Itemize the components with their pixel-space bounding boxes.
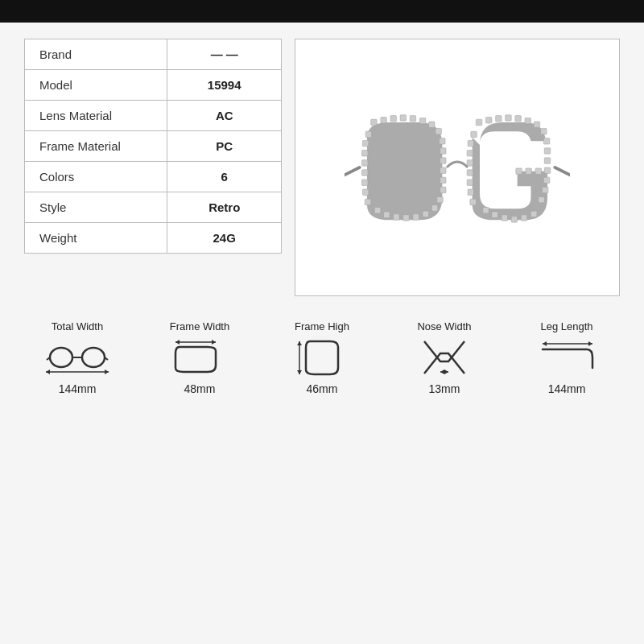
svg-rect-41 <box>543 138 549 144</box>
svg-rect-62 <box>516 168 522 174</box>
product-image-box <box>295 39 620 296</box>
svg-marker-80 <box>297 370 302 374</box>
dim-value: 144mm <box>59 382 97 395</box>
svg-marker-77 <box>212 340 216 345</box>
svg-rect-49 <box>521 215 526 221</box>
svg-rect-25 <box>361 170 367 175</box>
svg-rect-6 <box>429 122 435 127</box>
table-value: 15994 <box>167 70 282 101</box>
table-label: Colors <box>25 162 167 192</box>
svg-rect-16 <box>423 211 428 217</box>
svg-rect-20 <box>384 212 390 217</box>
svg-rect-40 <box>541 128 547 134</box>
svg-marker-79 <box>297 341 302 345</box>
svg-rect-64 <box>535 168 541 174</box>
table-value: — — <box>167 39 282 70</box>
svg-marker-86 <box>588 341 592 346</box>
svg-rect-3 <box>400 115 406 121</box>
svg-rect-11 <box>440 167 446 173</box>
svg-rect-52 <box>492 212 497 217</box>
table-label: Weight <box>25 223 167 254</box>
svg-rect-47 <box>539 196 544 202</box>
svg-rect-10 <box>440 158 446 163</box>
dim-value: 13mm <box>429 382 460 395</box>
dim-label: Frame High <box>295 320 349 332</box>
svg-rect-27 <box>361 151 367 156</box>
table-row: Weight 24G <box>25 223 282 254</box>
svg-rect-8 <box>440 138 445 144</box>
dimension-item: Frame Width 48mm <box>167 320 232 395</box>
svg-rect-44 <box>544 167 550 173</box>
table-row: Colors 6 <box>25 162 282 192</box>
dim-icon-nose-width <box>412 337 477 378</box>
table-value: AC <box>167 101 282 131</box>
svg-rect-50 <box>511 217 517 222</box>
svg-rect-18 <box>403 215 409 221</box>
svg-rect-2 <box>390 116 396 122</box>
dim-icon-frame-high <box>290 337 354 378</box>
table-label: Frame Material <box>25 131 167 162</box>
svg-rect-58 <box>467 160 473 166</box>
svg-line-65 <box>345 167 360 175</box>
svg-rect-57 <box>467 170 473 175</box>
table-label: Brand <box>25 39 167 70</box>
dim-value: 144mm <box>548 382 586 395</box>
svg-rect-23 <box>362 189 368 195</box>
product-image <box>345 95 570 240</box>
left-lens <box>361 115 446 221</box>
svg-marker-83 <box>444 369 448 374</box>
dim-value: 48mm <box>184 382 216 395</box>
svg-rect-61 <box>471 131 477 137</box>
svg-marker-82 <box>440 369 444 374</box>
svg-marker-85 <box>543 341 547 346</box>
svg-rect-4 <box>410 116 415 122</box>
svg-rect-38 <box>525 118 530 123</box>
svg-rect-1 <box>381 117 386 122</box>
svg-rect-53 <box>483 207 489 213</box>
svg-rect-45 <box>543 177 549 183</box>
svg-rect-14 <box>437 196 443 202</box>
svg-rect-21 <box>374 207 380 213</box>
info-table: Brand — — Model 15994 Lens Material AC F… <box>24 39 282 254</box>
svg-rect-48 <box>530 211 536 217</box>
svg-rect-36 <box>506 115 511 121</box>
table-value: PC <box>167 131 282 162</box>
svg-rect-0 <box>371 119 377 125</box>
table-row: Brand — — <box>25 39 282 70</box>
svg-rect-33 <box>476 119 481 125</box>
svg-rect-34 <box>485 117 491 122</box>
svg-rect-7 <box>436 128 441 134</box>
svg-line-66 <box>555 167 570 175</box>
svg-rect-22 <box>365 199 370 204</box>
dim-icon-total-width <box>45 337 109 378</box>
table-label: Model <box>25 70 167 101</box>
svg-rect-19 <box>394 214 399 220</box>
svg-rect-56 <box>467 180 473 185</box>
dim-value: 46mm <box>307 382 338 395</box>
svg-point-67 <box>50 348 72 367</box>
dim-label: Total Width <box>52 320 103 332</box>
svg-rect-63 <box>526 168 531 174</box>
table-row: Model 15994 <box>25 70 282 101</box>
svg-rect-42 <box>544 148 550 154</box>
dimension-item: Nose Width 13mm <box>412 320 477 395</box>
dimension-item: Leg Length 144mm <box>535 320 599 395</box>
svg-rect-29 <box>365 131 371 137</box>
table-value: 6 <box>167 162 282 192</box>
svg-rect-55 <box>468 189 473 195</box>
svg-marker-73 <box>46 369 50 374</box>
svg-rect-37 <box>515 116 521 122</box>
dimension-item: Total Width 144mm <box>45 320 109 395</box>
main-content: Brand — — Model 15994 Lens Material AC F… <box>0 23 644 312</box>
table-label: Style <box>25 192 167 223</box>
header-bar <box>0 0 644 23</box>
table-row: Style Retro <box>25 192 282 223</box>
svg-rect-51 <box>502 215 507 221</box>
svg-rect-26 <box>361 160 367 166</box>
dim-icon-frame-width <box>167 337 232 378</box>
svg-rect-12 <box>440 177 446 183</box>
svg-point-68 <box>82 348 105 367</box>
svg-rect-46 <box>542 187 547 192</box>
right-lens <box>467 115 551 222</box>
svg-rect-59 <box>467 151 473 156</box>
